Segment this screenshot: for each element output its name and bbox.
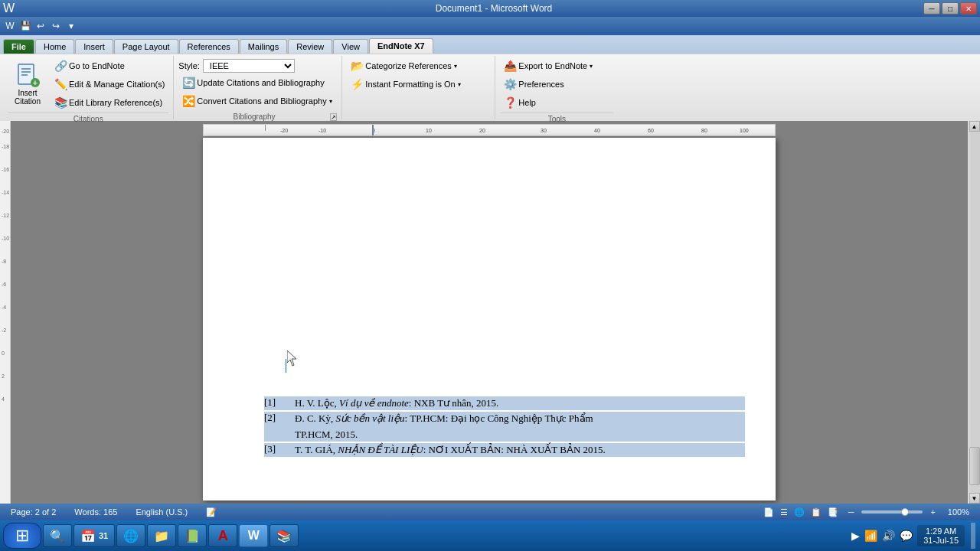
text-cursor: [286, 359, 286, 373]
tab-view[interactable]: View: [333, 39, 368, 54]
undo-button[interactable]: ↩: [34, 19, 47, 33]
acrobat-icon: A: [215, 528, 230, 543]
preferences-icon: ⚙️: [504, 78, 516, 90]
convert-dropdown-arrow: ▾: [329, 98, 332, 105]
svg-marker-6: [287, 350, 296, 366]
notifications-icon[interactable]: 💬: [900, 530, 913, 542]
show-desktop-button[interactable]: [971, 523, 975, 549]
view-fullscreen-button[interactable]: ☰: [778, 507, 790, 518]
instant-format-button[interactable]: ⚡ Instant Formatting is On ▾: [347, 76, 464, 93]
ref-num-1: [1]: [264, 396, 295, 409]
update-citations-button[interactable]: 🔄 Update Citations and Bibliography: [178, 74, 337, 91]
insert-citation-label: InsertCitation: [15, 89, 41, 106]
proofing-icon[interactable]: 📝: [201, 507, 221, 518]
taskbar-acrobat[interactable]: A: [208, 524, 237, 547]
style-select[interactable]: IEEE: [203, 59, 295, 73]
tab-references[interactable]: References: [179, 39, 239, 54]
tools-group: 📤 Export to EndNote ▾ ⚙️ Preferences ❓ H…: [495, 56, 618, 119]
tab-page-layout[interactable]: Page Layout: [114, 39, 178, 54]
scroll-thumb[interactable]: [969, 447, 980, 485]
tab-file[interactable]: File: [3, 39, 34, 54]
document-area: -20 -10 0 10 20 30 40 60 80 100: [11, 121, 968, 504]
close-button[interactable]: ✕: [960, 2, 977, 15]
format-group: 📂 Categorize References ▾ ⚡ Instant Form…: [342, 56, 495, 119]
start-button[interactable]: ⊞: [3, 523, 41, 549]
view-buttons: 📄 ☰ 🌐 📋 📑: [761, 507, 841, 518]
svg-text:+: +: [33, 79, 38, 87]
preferences-button[interactable]: ⚙️ Preferences: [500, 76, 567, 93]
tab-home[interactable]: Home: [35, 39, 74, 54]
categorize-icon: 📂: [351, 60, 363, 72]
edit-manage-button[interactable]: ✏️ Edit & Manage Citation(s): [51, 76, 168, 93]
tab-insert[interactable]: Insert: [75, 39, 113, 54]
zoom-slider[interactable]: [861, 510, 923, 514]
taskbar-browser[interactable]: 🌐: [116, 524, 145, 547]
word-icon: W: [3, 19, 17, 33]
convert-citations-button[interactable]: 🔀 Convert Citations and Bibliography ▾: [178, 93, 337, 109]
bibliography-expand[interactable]: ↗: [330, 113, 338, 121]
language-status[interactable]: English (U.S.): [131, 507, 192, 517]
edit-library-button[interactable]: 📚 Edit Library Reference(s): [51, 94, 168, 111]
redo-button[interactable]: ↪: [49, 19, 63, 33]
system-clock[interactable]: 1:29 AM 31-Jul-15: [917, 525, 965, 546]
scroll-up-button[interactable]: ▲: [969, 121, 980, 132]
zoom-minus-button[interactable]: ─: [844, 507, 859, 517]
bibliography-label: Bibliography: [178, 111, 329, 121]
view-web-button[interactable]: 🌐: [792, 507, 807, 518]
export-dropdown: ▾: [590, 63, 593, 70]
view-print-button[interactable]: 📄: [761, 507, 776, 518]
scroll-track[interactable]: [969, 132, 980, 493]
page-status[interactable]: Page: 2 of 2: [6, 507, 60, 517]
tab-review[interactable]: Review: [288, 39, 332, 54]
taskbar-word[interactable]: W: [239, 524, 268, 547]
goto-endnote-button[interactable]: 🔗 Go to EndNote: [51, 57, 168, 74]
help-icon: ❓: [504, 96, 516, 109]
save-button[interactable]: 💾: [18, 19, 32, 33]
zoom-controls: ─ + 100%: [844, 507, 974, 517]
maximize-button[interactable]: □: [942, 2, 959, 15]
word-icon: W: [246, 528, 261, 543]
instant-dropdown: ▾: [458, 81, 461, 88]
categorize-dropdown: ▾: [454, 63, 457, 70]
taskbar-search[interactable]: 🔍: [43, 524, 72, 547]
ref-text-1: H. V. Lộc, Ví dụ về endnote: NXB Tư nhân…: [295, 396, 745, 410]
tab-endnote-x7[interactable]: EndNote X7: [369, 38, 433, 54]
ref-text-2: Đ. C. Kỳ, Sức bền vật liệu: TP.HCM: Đại …: [295, 412, 745, 425]
zoom-level[interactable]: 100%: [943, 507, 974, 517]
taskbar-endnote[interactable]: 📚: [270, 524, 299, 547]
right-scrollbar: ▲ ▼: [968, 121, 980, 504]
zoom-plus-button[interactable]: +: [926, 507, 939, 517]
ref-num-3: [3]: [264, 443, 295, 455]
left-ruler: -20 -18 -16 -14 -12 -10 -8 -6 -4 -2 0 2 …: [0, 121, 11, 504]
insert-citation-icon: +: [15, 63, 40, 87]
quick-access-bar: W 💾 ↩ ↪ ▾: [0, 17, 980, 35]
taskbar-explorer[interactable]: 📁: [147, 524, 176, 547]
style-label: Style:: [178, 61, 200, 70]
network-icon[interactable]: 📶: [864, 530, 877, 542]
excel-icon: 📗: [185, 528, 200, 543]
search-icon: 🔍: [50, 528, 65, 543]
taskbar-calendar[interactable]: 📅 31: [74, 524, 115, 547]
taskbar-excel[interactable]: 📗: [178, 524, 207, 547]
references-section: [1] H. V. Lộc, Ví dụ về endnote: NXB Tư …: [264, 396, 745, 458]
tab-mailings[interactable]: Mailings: [240, 39, 287, 54]
insert-citation-button[interactable]: + InsertCitation: [8, 61, 47, 107]
scroll-down-button[interactable]: ▼: [969, 493, 980, 504]
export-endnote-button[interactable]: 📤 Export to EndNote ▾: [500, 57, 596, 74]
instant-format-icon: ⚡: [351, 78, 363, 90]
categorize-button[interactable]: 📂 Categorize References ▾: [347, 57, 461, 74]
words-status[interactable]: Words: 165: [70, 507, 122, 517]
reference-3: [3] T. T. GIÁ, NHẬN ĐỀ TÀI LIỆU: NƠI XUẤ…: [264, 443, 745, 457]
tray-expand-button[interactable]: ▶: [851, 530, 860, 542]
browser-icon: 🌐: [123, 528, 139, 543]
main-area: -20 -18 -16 -14 -12 -10 -8 -6 -4 -2 0 2 …: [0, 121, 980, 504]
document-page[interactable]: [1] H. V. Lộc, Ví dụ về endnote: NXB Tư …: [203, 138, 776, 500]
bibliography-group: Style: IEEE 🔄 Update Citations and Bibli…: [174, 56, 342, 119]
volume-icon[interactable]: 🔊: [882, 530, 895, 542]
reference-1: [1] H. V. Lộc, Ví dụ về endnote: NXB Tư …: [264, 396, 745, 410]
view-draft-button[interactable]: 📑: [825, 507, 841, 518]
view-outline-button[interactable]: 📋: [808, 507, 824, 518]
help-button[interactable]: ❓ Help: [500, 94, 540, 111]
minimize-button[interactable]: ─: [923, 2, 940, 15]
customize-quick-access[interactable]: ▾: [64, 19, 78, 33]
